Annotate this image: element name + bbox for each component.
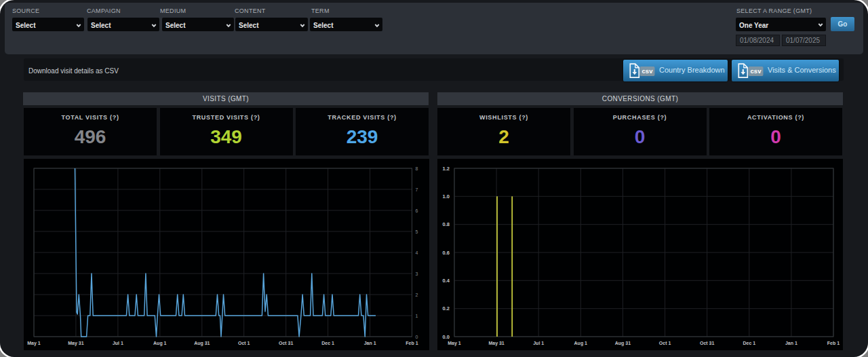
svg-text:Feb 1: Feb 1 xyxy=(406,341,418,345)
svg-text:Aug 31: Aug 31 xyxy=(194,341,210,346)
svg-text:Feb 1: Feb 1 xyxy=(827,341,840,345)
svg-text:8: 8 xyxy=(416,166,418,171)
svg-text:7: 7 xyxy=(416,187,418,192)
svg-text:Aug 1: Aug 1 xyxy=(153,341,167,346)
svg-text:csv: csv xyxy=(642,67,654,75)
svg-text:Aug 31: Aug 31 xyxy=(615,341,631,346)
svg-text:Dec 1: Dec 1 xyxy=(321,341,334,345)
svg-text:5: 5 xyxy=(416,229,418,234)
svg-text:Aug 1: Aug 1 xyxy=(574,341,588,346)
svg-text:Jul 1: Jul 1 xyxy=(113,341,123,345)
svg-text:1: 1 xyxy=(416,314,418,318)
svg-text:6: 6 xyxy=(416,208,418,213)
svg-text:Oct 31: Oct 31 xyxy=(700,341,715,345)
svg-text:Jan 1: Jan 1 xyxy=(785,341,797,345)
svg-text:Jul 1: Jul 1 xyxy=(533,341,544,345)
svg-text:3: 3 xyxy=(416,271,418,276)
svg-text:Dec 1: Dec 1 xyxy=(743,341,755,345)
svg-text:0.6: 0.6 xyxy=(443,250,450,256)
svg-text:0: 0 xyxy=(416,335,418,339)
svg-text:2: 2 xyxy=(416,293,418,297)
svg-text:csv: csv xyxy=(751,67,762,75)
svg-text:Jan 1: Jan 1 xyxy=(364,341,376,345)
svg-text:May 31: May 31 xyxy=(488,341,504,346)
svg-text:1.2: 1.2 xyxy=(443,166,450,172)
svg-text:4: 4 xyxy=(416,250,418,255)
svg-text:Oct 1: Oct 1 xyxy=(238,341,250,345)
svg-text:1.0: 1.0 xyxy=(443,193,450,200)
svg-text:May 1: May 1 xyxy=(27,341,41,346)
svg-text:May 1: May 1 xyxy=(448,341,461,346)
svg-text:May 31: May 31 xyxy=(68,341,83,346)
svg-text:Oct 31: Oct 31 xyxy=(279,341,294,345)
svg-text:0.0: 0.0 xyxy=(443,334,450,340)
svg-text:0.2: 0.2 xyxy=(443,305,450,312)
svg-text:0.4: 0.4 xyxy=(443,278,450,284)
svg-text:Oct 1: Oct 1 xyxy=(659,341,671,345)
svg-text:0.8: 0.8 xyxy=(443,221,450,227)
